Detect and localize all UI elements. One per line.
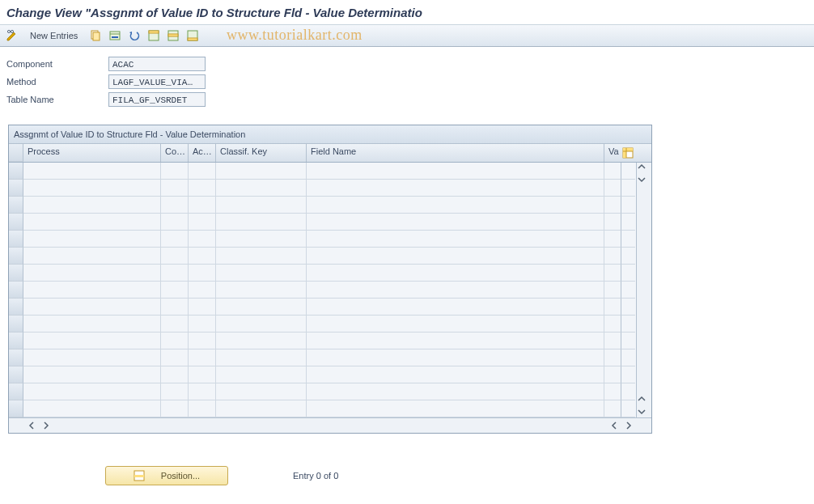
- row-selector[interactable]: [9, 265, 23, 282]
- cell-co[interactable]: [161, 299, 189, 316]
- cell-process[interactable]: [23, 366, 161, 383]
- row-selector[interactable]: [9, 383, 23, 400]
- select-all-button[interactable]: [145, 27, 163, 44]
- scroll-up-button[interactable]: [638, 163, 646, 172]
- scroll-right-inner-button[interactable]: [39, 418, 53, 433]
- cell-field[interactable]: [307, 197, 604, 214]
- cell-process[interactable]: [23, 265, 161, 282]
- table-row[interactable]: [9, 265, 651, 282]
- table-row[interactable]: [9, 248, 651, 265]
- row-selector[interactable]: [9, 366, 23, 383]
- cell-ac[interactable]: [189, 299, 216, 316]
- cell-field[interactable]: [307, 248, 604, 265]
- cell-val[interactable]: [604, 180, 621, 197]
- select-block-button[interactable]: [164, 27, 182, 44]
- cell-val[interactable]: [604, 349, 621, 366]
- cell-co[interactable]: [161, 332, 189, 349]
- cell-co[interactable]: [161, 383, 189, 400]
- deselect-all-button[interactable]: [184, 27, 201, 44]
- cell-field[interactable]: [307, 231, 604, 248]
- cell-ac[interactable]: [189, 180, 216, 197]
- table-row[interactable]: [9, 299, 651, 316]
- cell-ac[interactable]: [189, 214, 216, 231]
- table-row[interactable]: [9, 197, 651, 214]
- cell-co[interactable]: [161, 163, 189, 180]
- scroll-down-top-button[interactable]: [638, 176, 646, 185]
- cell-val[interactable]: [604, 163, 621, 180]
- row-selector[interactable]: [9, 214, 23, 231]
- cell-co[interactable]: [161, 214, 189, 231]
- cell-process[interactable]: [23, 400, 161, 417]
- cell-field[interactable]: [307, 265, 604, 282]
- new-entries-button[interactable]: New Entries: [23, 27, 85, 44]
- cell-val[interactable]: [604, 299, 621, 316]
- cell-co[interactable]: [161, 349, 189, 366]
- table-row[interactable]: [9, 231, 651, 248]
- cell-ac[interactable]: [189, 332, 216, 349]
- cell-ac[interactable]: [189, 383, 216, 400]
- cell-classif[interactable]: [216, 180, 307, 197]
- cell-classif[interactable]: [216, 163, 307, 180]
- cell-classif[interactable]: [216, 282, 307, 299]
- cell-field[interactable]: [307, 332, 604, 349]
- cell-classif[interactable]: [216, 214, 307, 231]
- table-row[interactable]: [9, 366, 651, 383]
- cell-val[interactable]: [604, 366, 621, 383]
- row-selector[interactable]: [9, 180, 23, 197]
- col-header-ac[interactable]: Ac…: [189, 144, 216, 162]
- cell-ac[interactable]: [189, 366, 216, 383]
- cell-process[interactable]: [23, 383, 161, 400]
- scroll-up-bottom-button[interactable]: [638, 395, 646, 404]
- scroll-down-button[interactable]: [638, 408, 646, 417]
- cell-ac[interactable]: [189, 316, 216, 332]
- scroll-left-inner-button[interactable]: [607, 418, 621, 433]
- row-selector[interactable]: [9, 349, 23, 366]
- table-row[interactable]: [9, 400, 651, 417]
- row-selector[interactable]: [9, 231, 23, 248]
- table-settings-button[interactable]: [621, 144, 635, 162]
- row-selector[interactable]: [9, 299, 23, 316]
- cell-field[interactable]: [307, 214, 604, 231]
- col-header-val[interactable]: Va: [604, 144, 621, 162]
- cell-field[interactable]: [307, 349, 604, 366]
- scroll-right-button[interactable]: [621, 418, 636, 433]
- cell-field[interactable]: [307, 400, 604, 417]
- cell-co[interactable]: [161, 316, 189, 332]
- cell-ac[interactable]: [189, 282, 216, 299]
- cell-process[interactable]: [23, 214, 161, 231]
- cell-classif[interactable]: [216, 332, 307, 349]
- cell-val[interactable]: [604, 248, 621, 265]
- row-selector[interactable]: [9, 316, 23, 332]
- method-field[interactable]: LAGF_VALUE_VIA…: [108, 74, 206, 89]
- cell-classif[interactable]: [216, 383, 307, 400]
- cell-co[interactable]: [161, 366, 189, 383]
- cell-field[interactable]: [307, 299, 604, 316]
- scroll-left-button[interactable]: [24, 418, 39, 433]
- table-row[interactable]: [9, 214, 651, 231]
- cell-val[interactable]: [604, 383, 621, 400]
- cell-ac[interactable]: [189, 163, 216, 180]
- cell-ac[interactable]: [189, 197, 216, 214]
- cell-field[interactable]: [307, 180, 604, 197]
- cell-val[interactable]: [604, 400, 621, 417]
- vertical-scrollbar[interactable]: [636, 163, 651, 417]
- cell-process[interactable]: [23, 299, 161, 316]
- horizontal-scrollbar[interactable]: [9, 417, 651, 433]
- row-selector[interactable]: [9, 163, 23, 180]
- cell-process[interactable]: [23, 248, 161, 265]
- cell-co[interactable]: [161, 282, 189, 299]
- cell-ac[interactable]: [189, 231, 216, 248]
- cell-val[interactable]: [604, 231, 621, 248]
- cell-process[interactable]: [23, 282, 161, 299]
- copy-as-button[interactable]: [87, 27, 104, 44]
- table-row[interactable]: [9, 332, 651, 349]
- cell-ac[interactable]: [189, 265, 216, 282]
- cell-ac[interactable]: [189, 400, 216, 417]
- grid-select-all-cell[interactable]: [9, 144, 23, 162]
- cell-co[interactable]: [161, 248, 189, 265]
- component-field[interactable]: ACAC: [108, 57, 206, 71]
- cell-classif[interactable]: [216, 349, 307, 366]
- table-row[interactable]: [9, 282, 651, 299]
- cell-process[interactable]: [23, 197, 161, 214]
- row-selector[interactable]: [9, 332, 23, 349]
